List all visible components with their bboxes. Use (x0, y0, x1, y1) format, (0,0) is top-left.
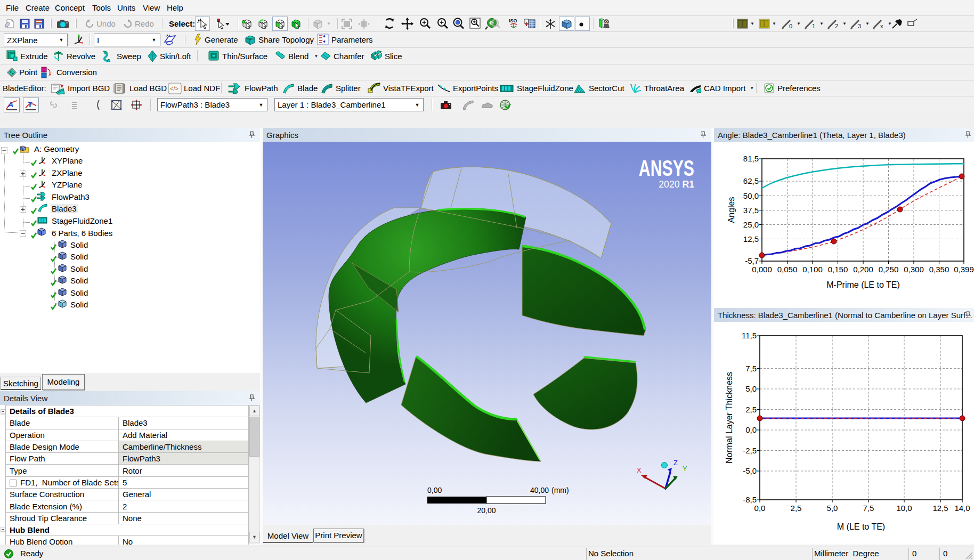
svg-text:T: T (28, 100, 33, 109)
svg-text:37,5: 37,5 (743, 206, 759, 215)
svg-text:-5,0: -5,0 (743, 466, 757, 475)
svg-text:5,0: 5,0 (827, 504, 838, 513)
svg-text:</>: </> (170, 85, 178, 92)
svg-text:-2,5: -2,5 (743, 446, 757, 455)
svg-text:40,00: 40,00 (530, 486, 549, 494)
svg-text:ANSYS: ANSYS (639, 156, 694, 181)
svg-text:(mm): (mm) (551, 486, 569, 494)
svg-text:0,0: 0,0 (745, 425, 757, 434)
svg-text:-5,7: -5,7 (745, 256, 759, 265)
svg-text:0,050: 0,050 (777, 265, 798, 274)
svg-text:Normal Layer Thickness: Normal Layer Thickness (725, 372, 734, 464)
svg-text:3: 3 (858, 23, 861, 29)
svg-text:20,00: 20,00 (477, 506, 496, 515)
svg-text:14,0: 14,0 (954, 504, 970, 513)
svg-text:62,5: 62,5 (743, 176, 759, 185)
svg-text:7,5: 7,5 (745, 364, 757, 373)
svg-text:x: x (880, 23, 883, 29)
svg-text:81,5: 81,5 (743, 154, 759, 163)
svg-text:12,5: 12,5 (932, 504, 948, 513)
svg-text:0,000: 0,000 (752, 265, 772, 274)
svg-text:0: 0 (789, 23, 792, 29)
svg-text:50,0: 50,0 (743, 191, 759, 200)
svg-text:0,250: 0,250 (879, 265, 899, 274)
svg-text:0,150: 0,150 (828, 265, 848, 274)
svg-text:0,0: 0,0 (754, 504, 766, 513)
svg-text:7,5: 7,5 (863, 504, 874, 513)
svg-text:1: 1 (812, 23, 815, 29)
svg-text:2,5: 2,5 (791, 504, 802, 513)
svg-text:M-Prime (LE to TE): M-Prime (LE to TE) (826, 280, 900, 289)
svg-text:0,300: 0,300 (904, 265, 924, 274)
svg-text:5,0: 5,0 (745, 384, 757, 393)
svg-text:10,0: 10,0 (896, 504, 912, 513)
svg-text:A: A (7, 100, 13, 109)
svg-text:0,200: 0,200 (853, 265, 873, 274)
svg-text:X: X (637, 466, 642, 474)
svg-text:0,00: 0,00 (427, 486, 442, 494)
svg-text:2,5: 2,5 (745, 405, 757, 414)
svg-text:25,0: 25,0 (743, 220, 759, 229)
svg-text:-8,5: -8,5 (743, 495, 757, 504)
svg-text:2020 R1: 2020 R1 (659, 178, 694, 190)
svg-text:M (LE to TE): M (LE to TE) (837, 522, 885, 531)
svg-text:Y: Y (683, 465, 687, 473)
svg-text:11,5: 11,5 (742, 331, 757, 340)
svg-text:2: 2 (835, 23, 838, 29)
svg-text:12,5: 12,5 (743, 234, 759, 244)
svg-text:ISO: ISO (509, 18, 517, 23)
svg-text:0,399: 0,399 (954, 265, 974, 274)
svg-text:0,350: 0,350 (929, 265, 949, 274)
svg-text:0,100: 0,100 (802, 265, 823, 274)
svg-text:Z: Z (673, 459, 678, 467)
svg-text:Angles: Angles (727, 197, 736, 223)
